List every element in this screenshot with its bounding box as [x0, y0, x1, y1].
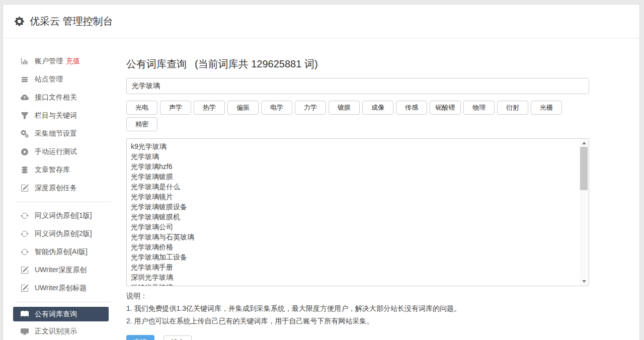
play-circle-icon: [21, 148, 29, 156]
sidebar-item-label: 深度原创任务: [35, 184, 77, 193]
sidebar-item-label: 文章暂存库: [35, 165, 70, 175]
sidebar-item[interactable]: 站点管理: [3, 70, 124, 89]
result-item[interactable]: 肖特光学玻璃: [131, 282, 578, 286]
book-icon: [21, 310, 29, 318]
tag-button[interactable]: 铌酸锂: [430, 101, 461, 115]
gears-icon: [21, 130, 29, 138]
sidebar-item[interactable]: 深度原创任务: [3, 179, 124, 197]
sidebar-item[interactable]: 智能伪原创[AI版]: [3, 243, 124, 261]
notes: 说明： 1. 我们免费提供1.3亿关键词库，并集成到采集系统，最大限度方便用户，…: [126, 290, 639, 327]
sidebar-item-active[interactable]: 公有词库查询: [13, 307, 109, 321]
app-panel: 优采云 管理控制台 账户管理充值站点管理接口文件相关栏目与关键词采集细节设置手动…: [3, 4, 640, 340]
sidebar-item-label: 同义词伪原创[2版]: [35, 229, 92, 238]
app-header: 优采云 管理控制台: [3, 5, 639, 38]
tag-button[interactable]: 成像: [362, 101, 393, 115]
notes-heading: 说明：: [126, 290, 639, 302]
tag-button[interactable]: 力学: [295, 101, 326, 115]
query-button[interactable]: 查询: [126, 335, 154, 340]
clear-button[interactable]: 清空: [164, 335, 192, 340]
sidebar-item[interactable]: 账户管理充值: [3, 52, 124, 70]
notes-lines: 1. 我们免费提供1.3亿关键词库，并集成到采集系统，最大限度方便用户，解决大部…: [126, 302, 639, 327]
notes-line: 1. 我们免费提供1.3亿关键词库，并集成到采集系统，最大限度方便用户，解决大部…: [126, 302, 639, 315]
result-item[interactable]: 深圳光学玻璃: [131, 272, 578, 282]
tag-button[interactable]: 精密: [126, 117, 157, 131]
result-item[interactable]: 光学玻璃公司: [131, 222, 578, 232]
sidebar-item-label: 公有词库查询: [35, 310, 77, 319]
recharge-badge[interactable]: 充值: [66, 57, 80, 66]
tag-button[interactable]: 衍射: [497, 101, 528, 115]
scroll-up-arrow[interactable]: [580, 139, 588, 147]
edit-icon: [21, 184, 29, 192]
results-list: k9光学玻璃光学玻璃光学玻璃hzf6光学玻璃镀膜光学玻璃是什么光学玻璃镜片光学玻…: [127, 139, 589, 286]
tag-button[interactable]: 热学: [194, 101, 225, 115]
result-item[interactable]: 光学玻璃hzf6: [131, 161, 578, 172]
sidebar-item-label: 栏目与关键词: [35, 111, 77, 120]
tag-button[interactable]: 偏振: [227, 101, 259, 115]
result-item[interactable]: 光学玻璃镀膜机: [131, 212, 578, 222]
notes-line: 2. 用户也可以在系统上传自己已有的关键词库，用于自己账号下所有网站采集。: [126, 315, 639, 327]
sidebar-item[interactable]: 同义词伪原创[1版]: [3, 207, 124, 225]
sidebar-item[interactable]: 同义词伪原创[2版]: [3, 225, 124, 243]
tag-button[interactable]: 声学: [160, 101, 191, 115]
server-icon: [21, 75, 29, 83]
app-title: 优采云 管理控制台: [30, 15, 113, 28]
filter-icon: [21, 112, 29, 120]
refresh-icon: [21, 230, 29, 238]
sidebar-item-label: UWriter原创标题: [35, 284, 87, 293]
tag-button[interactable]: 电学: [261, 101, 292, 115]
sidebar-item-label: 采集细节设置: [35, 129, 77, 138]
sidebar-divider: [16, 202, 111, 202]
result-item[interactable]: 光学玻璃镀膜: [131, 172, 578, 182]
result-item[interactable]: 光学玻璃镀膜设备: [131, 202, 578, 212]
content: 账户管理充值站点管理接口文件相关栏目与关键词采集细节设置手动运行测试文章暂存库深…: [3, 38, 639, 340]
refresh-icon: [21, 248, 29, 256]
sidebar-item[interactable]: UWriter原创标题: [3, 279, 124, 297]
result-item[interactable]: k9光学玻璃: [131, 141, 578, 151]
keyword-search-input[interactable]: [126, 78, 589, 94]
sidebar-item-label: 手动运行测试: [35, 147, 77, 156]
page-title: 公有词库查询: [126, 57, 187, 71]
scrollbar[interactable]: [580, 139, 588, 285]
sidebar-item[interactable]: 正文识别演示: [3, 322, 124, 340]
sidebar-item[interactable]: UWriter深度原创: [3, 261, 124, 279]
sidebar-item[interactable]: 手动运行测试: [3, 143, 124, 161]
tag-button-row: 光电声学热学偏振电学力学镀膜成像传感铌酸锂物理衍射光栅精密: [126, 101, 589, 134]
result-item[interactable]: 光学玻璃价格: [131, 242, 578, 252]
tag-button[interactable]: 物理: [463, 101, 495, 115]
results-listbox[interactable]: k9光学玻璃光学玻璃光学玻璃hzf6光学玻璃镀膜光学玻璃是什么光学玻璃镜片光学玻…: [126, 138, 589, 286]
result-item[interactable]: 光学玻璃: [131, 151, 578, 161]
tag-button[interactable]: 光栅: [531, 101, 562, 115]
edit-icon: [21, 266, 29, 274]
sidebar-divider: [16, 302, 111, 302]
sidebar-item-label: 正文识别演示: [35, 327, 77, 336]
sidebar-item[interactable]: 栏目与关键词: [3, 107, 124, 125]
result-item[interactable]: 光学玻璃手册: [131, 262, 578, 272]
edit-icon: [21, 284, 29, 292]
sidebar-item-label: 账户管理: [35, 57, 63, 66]
sidebar-item[interactable]: 接口文件相关: [3, 89, 124, 107]
sidebar-item-label: 接口文件相关: [35, 93, 77, 102]
main-content: 公有词库查询 (当前词库共 129625881 词) 光电声学热学偏振电学力学镀…: [124, 38, 639, 340]
sidebar-item-label: 智能伪原创[AI版]: [35, 247, 88, 257]
sidebar-item-label: 站点管理: [35, 75, 63, 84]
sidebar-item[interactable]: 文章暂存库: [3, 161, 124, 179]
sidebar-item-label: UWriter深度原创: [35, 266, 87, 275]
tag-button[interactable]: 镀膜: [329, 101, 360, 115]
result-item[interactable]: 光学玻璃镜片: [131, 192, 578, 202]
sidebar: 账户管理充值站点管理接口文件相关栏目与关键词采集细节设置手动运行测试文章暂存库深…: [3, 38, 124, 340]
result-item[interactable]: 光学玻璃与石英玻璃: [131, 232, 578, 242]
scroll-thumb[interactable]: [580, 147, 588, 190]
tag-button[interactable]: 光电: [126, 101, 157, 115]
sidebar-item[interactable]: 采集细节设置: [3, 125, 124, 143]
page-title-row: 公有词库查询 (当前词库共 129625881 词): [126, 57, 639, 71]
monitor-icon: [21, 327, 29, 335]
cloud-upload-icon: [21, 94, 29, 102]
scroll-down-arrow[interactable]: [580, 278, 588, 285]
database-icon: [21, 166, 29, 174]
refresh-icon: [21, 212, 29, 220]
action-buttons: 查询 清空: [126, 335, 639, 340]
gear-icon: [15, 17, 24, 26]
tag-button[interactable]: 传感: [396, 101, 427, 115]
result-item[interactable]: 光学玻璃是什么: [131, 182, 578, 192]
result-item[interactable]: 光学玻璃加工设备: [131, 252, 578, 262]
